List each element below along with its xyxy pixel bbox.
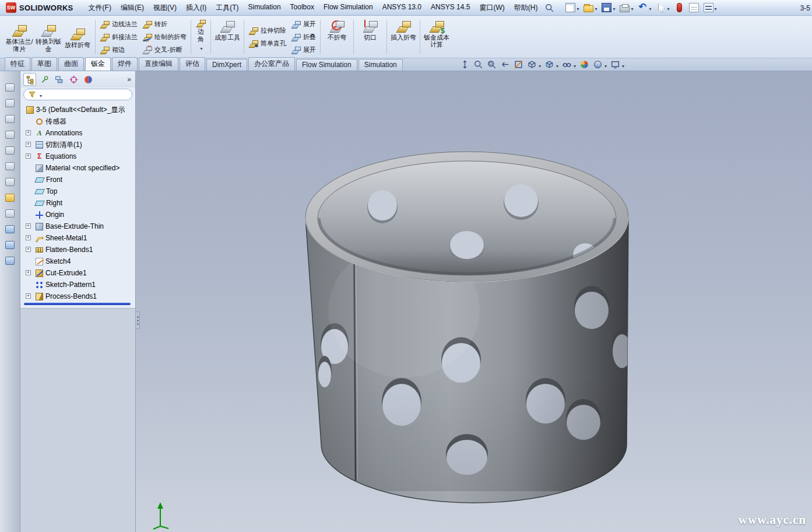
undo-button[interactable] [636,2,653,13]
expand-icon[interactable] [26,247,31,252]
tree-item-base-extrude-thin[interactable]: Base-Extrude-Thin [22,220,135,232]
hide-show-items-button[interactable] [561,60,577,69]
no-bends-button[interactable]: 不折弯 [322,17,351,57]
menu-insert[interactable]: 插入(I) [181,0,211,16]
unfold-button[interactable]: 展开 [289,18,318,30]
expand-icon[interactable] [26,130,31,135]
tree-item-top-plane[interactable]: Top [22,186,135,197]
miter-flange-button[interactable]: 斜接法兰 [97,31,140,43]
print-document-button[interactable] [618,2,635,13]
menu-simulation[interactable]: Simulation [244,0,286,16]
simple-hole-button[interactable]: 简单直孔 [246,37,289,50]
left-toolbar-button-8[interactable] [2,191,18,205]
fold-button[interactable]: 折叠 [289,31,318,43]
featuremanager-tab[interactable] [23,73,36,86]
zoom-in-out-button[interactable] [459,60,470,69]
left-toolbar-button-5[interactable] [2,144,18,158]
tab-simulation[interactable]: Simulation [358,59,403,71]
hem-button[interactable]: 褶边 [97,44,140,56]
view-options-button[interactable] [702,2,719,13]
insert-bends-button[interactable]: 插入折弯 [389,17,418,57]
zoom-to-fit-button[interactable] [473,60,484,69]
forming-tool-button[interactable]: 成形工具 [213,17,242,57]
left-toolbar-button-10[interactable] [2,222,18,236]
previous-view-button[interactable] [500,60,511,69]
tree-item-sensors[interactable]: 传感器 [22,116,135,127]
tree-filter-input[interactable] [23,89,132,100]
select-button[interactable] [654,2,671,13]
tree-item-flatten-bends1[interactable]: Flatten-Bends1 [22,244,135,256]
flatten-button[interactable]: 展开 [289,44,318,56]
cross-break-button[interactable]: 交叉-折断 [140,44,189,56]
tab-surfaces[interactable]: 曲面 [58,57,84,71]
open-document-button[interactable] [582,2,599,13]
tab-features[interactable]: 特征 [5,57,30,71]
corners-button[interactable]: 边角 [193,17,209,57]
menu-file[interactable]: 文件(F) [84,0,116,16]
rollback-bar[interactable] [24,303,131,305]
menu-view[interactable]: 视图(V) [149,0,181,16]
menu-toolbox[interactable]: Toolbox [286,0,319,16]
expand-icon[interactable] [26,293,31,299]
menu-flow-simulation[interactable]: Flow Simulation [319,0,378,16]
left-toolbar-button-9[interactable] [2,206,18,220]
left-toolbar-button-11[interactable] [2,238,18,252]
tree-item-material[interactable]: Material <not specified> [22,162,135,174]
menu-ansys-13-0[interactable]: ANSYS 13.0 [378,0,426,16]
view-orientation-button[interactable] [526,60,542,69]
tree-item-origin[interactable]: Origin [22,209,135,220]
left-toolbar-button-6[interactable] [2,159,18,173]
menu-edit[interactable]: 编辑(E) [116,0,149,16]
dimxpertmanager-tab[interactable] [67,73,80,86]
rip-button[interactable]: 切口 [356,17,385,57]
panel-overflow-chevron[interactable] [127,75,132,83]
displaymanager-tab[interactable] [82,73,94,86]
graphics-viewport[interactable]: www.ayc.cn [136,71,812,532]
tree-item-sheet-metal1[interactable]: Sheet-Metal1 [22,232,135,244]
tree-item-root[interactable]: 3-5 (Default<<Default>_显示 [22,104,135,116]
base-flange-button[interactable]: 基体法兰/薄片 [5,21,34,53]
rebuild-stop-button[interactable] [673,2,686,13]
tab-office-products[interactable]: 办公室产品 [248,57,295,71]
zoom-to-area-button[interactable] [486,60,497,69]
configurationmanager-tab[interactable] [52,73,65,86]
panel-splitter[interactable] [136,312,140,329]
menu-tools[interactable]: 工具(T) [211,0,243,16]
tree-item-annotations[interactable]: Annotations [22,127,135,139]
tree-item-sketch4[interactable]: Sketch4 [22,256,135,267]
tree-item-equations[interactable]: Equations [22,150,135,162]
view-settings-button[interactable] [610,60,625,69]
expand-icon[interactable] [26,142,31,147]
tab-sheet-metal[interactable]: 钣金 [85,57,111,71]
tab-flow-simulation[interactable]: Flow Simulation [296,59,357,71]
left-toolbar-button-1[interactable] [2,80,18,94]
propertymanager-tab[interactable] [38,73,51,86]
task-card-button[interactable] [687,2,701,13]
convert-to-sheet-metal-button[interactable]: 转换到钣金 [34,21,63,53]
sketched-bend-button[interactable]: 绘制的折弯 [140,31,189,43]
display-style-button[interactable] [544,60,559,69]
lofted-bend-button[interactable]: 放样折弯 [63,24,92,49]
tab-evaluate[interactable]: 评估 [180,57,205,71]
tab-direct-editing[interactable]: 直接编辑 [139,57,178,71]
tree-item-cut-list[interactable]: 切割清单(1) [22,139,135,150]
tree-item-sketch-pattern1[interactable]: Sketch-Pattern1 [22,279,135,290]
new-document-button[interactable] [564,2,581,13]
expand-icon[interactable] [26,235,31,240]
menu-ansys-14-5[interactable]: ANSYS 14.5 [426,0,474,16]
tab-sketch[interactable]: 草图 [31,57,57,71]
tab-weldments[interactable]: 焊件 [112,57,138,71]
left-toolbar-button-12[interactable] [2,254,18,268]
left-toolbar-button-3[interactable] [2,112,18,126]
expand-icon[interactable] [26,153,31,159]
save-document-button[interactable] [600,2,617,13]
tab-dimxpert[interactable]: DimXpert [206,59,247,71]
tree-item-front-plane[interactable]: Front [22,174,135,186]
edge-flange-button[interactable]: 边线法兰 [97,18,140,30]
tree-item-cut-extrude1[interactable]: Cut-Extrude1 [22,267,135,279]
expand-icon[interactable] [26,223,31,229]
tree-item-right-plane[interactable]: Right [22,197,135,209]
sheet-metal-cost-button[interactable]: 钣金成本计算 [422,17,451,57]
part-model[interactable] [136,71,812,532]
jog-button[interactable]: 转折 [140,18,189,30]
